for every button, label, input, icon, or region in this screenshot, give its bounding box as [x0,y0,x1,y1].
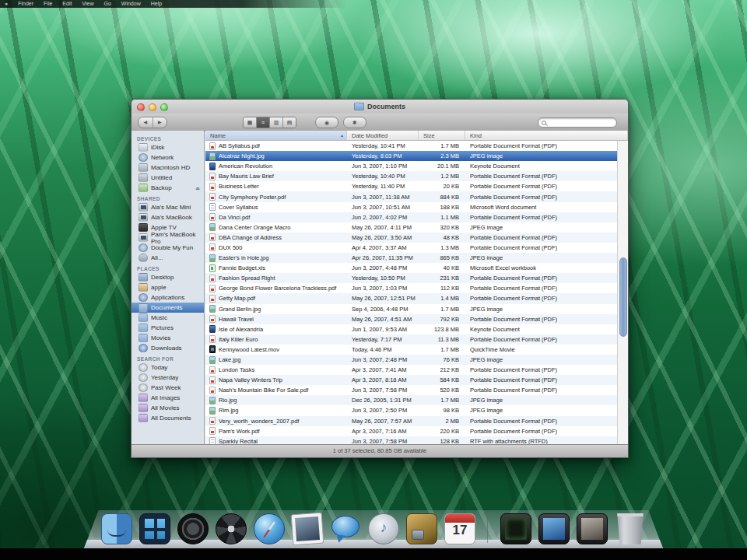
column-header-date-modified[interactable]: Date Modified [347,131,419,140]
sidebar-item-desktop[interactable]: Desktop [132,272,204,282]
table-row[interactable]: Isle of AlexandriaJun 1, 2007, 9:53 AM12… [205,324,618,334]
scrollbar-thumb[interactable] [619,257,627,337]
table-row[interactable]: DBA Change of AddressMay 26, 2007, 3:50 … [205,233,618,243]
itunes-dock-icon[interactable]: ♪ [368,513,399,544]
close-button[interactable] [137,103,145,111]
table-row[interactable]: Fannie Budget.xlsJun 3, 2007, 4:48 PM40 … [205,263,618,273]
ical-dock-icon[interactable]: 17 [444,513,475,544]
table-row[interactable]: Alcatraz Night.jpgYesterday, 8:03 PM2.3 … [205,151,618,161]
sidebar-item-backup[interactable]: Backup⏏ [132,183,204,193]
table-row[interactable]: Italy Killer EuroYesterday, 7:17 PM11.3 … [205,334,618,345]
sidebar-item-music[interactable]: Music [132,313,204,323]
iphoto-dock-icon[interactable] [406,513,437,544]
sidebar-item-idisk[interactable]: iDisk [132,142,204,152]
table-row[interactable]: American RevolutionJun 3, 2007, 1:10 PM2… [205,161,618,171]
sidebar-item-today[interactable]: Today [132,362,204,373]
menu-item-file[interactable]: File [44,0,52,8]
column-header-size[interactable]: Size [419,131,465,140]
sidebar-item-macintosh-hd[interactable]: Macintosh HD [132,163,204,173]
photobooth-dock-icon[interactable] [577,513,608,544]
forward-button[interactable]: ▶ [153,117,167,128]
dashboard-dock-icon[interactable] [177,513,209,544]
table-row[interactable]: Hawaii TravelMay 26, 2007, 4:51 AM792 KB… [205,314,618,324]
table-row[interactable]: Cover SyllabusJun 3, 2007, 10:51 AM188 K… [205,202,618,212]
sidebar-item-documents[interactable]: Documents [132,303,204,313]
terminal-dock-icon[interactable] [500,513,531,544]
table-row[interactable]: Fashion Spread RightYesterday, 10:50 PM2… [205,273,618,283]
search-input[interactable] [538,117,617,128]
minimize-button[interactable] [149,103,156,111]
network-icon [139,153,148,162]
sidebar-item-pam-s-macbook-pro[interactable]: Pam's MacBook Pro [132,233,204,243]
menu-item-view[interactable]: View [82,0,93,8]
menu-item-go[interactable]: Go [103,0,110,8]
view-mode-button-0[interactable]: ▦ [244,117,257,128]
table-row[interactable]: Rim.jpgJun 3, 2007, 2:50 PM98 KBJPEG ima… [205,405,618,415]
table-row[interactable]: Getty Map.pdfMay 26, 2007, 12:51 PM1.4 M… [205,293,618,303]
safari-dock-icon[interactable] [254,513,285,544]
ichat-dock-icon[interactable] [330,513,361,544]
table-row[interactable]: Bay Mauris Law BriefYesterday, 10:40 PM1… [205,171,618,181]
file-size-cell: 1.7 MB [419,306,465,313]
view-mode-button-1[interactable]: ≡ [257,117,270,128]
finder-dock-icon[interactable] [101,513,132,544]
action-button[interactable]: ✱ [343,117,366,128]
sidebar-item-all-movies[interactable]: All Movies [132,403,204,413]
sidebar-item-all-[interactable]: All... [132,253,204,263]
sidebar-item-ala-s-mac-mini[interactable]: Ala's Mac Mini [132,202,204,212]
quicklook-button[interactable]: ◉ [315,117,338,128]
table-row[interactable]: George Bond Flower Barcelona Trackless.p… [205,283,618,293]
sidebar-item-yesterday[interactable]: Yesterday [132,373,204,383]
sidebar-item-untitled[interactable]: Untitled [132,173,204,183]
trash-dock-icon[interactable] [615,513,646,544]
table-row[interactable]: Rio.jpgDec 26, 2005, 1:31 PM1.7 MBJPEG i… [205,395,618,405]
vertical-scrollbar[interactable] [617,141,628,445]
table-row[interactable]: Kennywood Latest.movToday, 4:46 PM1.7 MB… [205,345,618,355]
back-button[interactable]: ◀ [139,117,153,128]
table-row[interactable]: London TasksApr 3, 2007, 7:41 AM212 KBPo… [205,365,618,375]
menu-item-help[interactable]: Help [151,0,162,8]
table-row[interactable]: Da Vinci.pdfJun 2, 2007, 4:02 PM1.1 MBPo… [205,212,618,222]
file-name-cell: Rim.jpg [205,407,347,415]
zoom-button[interactable] [160,103,168,111]
table-row[interactable]: Easter's in Hole.jpgApr 26, 2007, 11:35 … [205,253,618,263]
column-header-name[interactable]: Name▴ [205,131,347,140]
view-mode-button-2[interactable]: ▥ [270,117,283,128]
table-row[interactable]: Dana Center Orange MacroMay 26, 2007, 4:… [205,222,618,233]
sidebar-item-network[interactable]: Network [132,152,204,163]
apple-menu-icon[interactable]: ● [5,0,8,8]
menu-item-window[interactable]: Window [121,0,141,8]
table-row[interactable]: Business LetterYesterday, 11:40 PM20 KBP… [205,181,618,191]
table-row[interactable]: Very_worth_wonders_2007.pdfMay 26, 2007,… [205,416,618,426]
aperture-dock-icon[interactable] [216,513,247,544]
sidebar-item-double-my-fun[interactable]: Double My Fun [132,243,204,253]
grid-dock-icon[interactable] [139,513,170,544]
table-row[interactable]: Nash's Mountain Bike For Sale.pdfJun 3, … [205,385,618,395]
column-header-kind[interactable]: Kind [465,131,628,140]
file-date-cell: Apr 26, 2007, 11:35 PM [347,254,419,261]
view-mode-button-3[interactable]: ▤ [283,117,296,128]
window-titlebar[interactable]: Documents [132,100,628,114]
sidebar-item-downloads[interactable]: Downloads [132,343,204,353]
sidebar-item-all-images[interactable]: All Images [132,393,204,403]
table-row[interactable]: City Symphony Poster.pdfJun 3, 2007, 11:… [205,191,618,201]
sidebar-item-pictures[interactable]: Pictures [132,323,204,333]
sidebar-item-applications[interactable]: Applications [132,292,204,303]
sidebar-item-label: Downloads [151,345,182,352]
table-row[interactable]: Lake.jpgJun 3, 2007, 2:48 PM76 KBJPEG im… [205,355,618,365]
table-row[interactable]: Napa Valley Winters TripApr 3, 2007, 8:1… [205,375,618,385]
sidebar-item-apple[interactable]: apple [132,282,204,292]
sidebar-item-past-week[interactable]: Past Week [132,383,204,393]
menu-item-edit[interactable]: Edit [62,0,72,8]
quicktime-dock-icon[interactable] [538,513,570,544]
sidebar-item-movies[interactable]: Movies [132,333,204,343]
menu-item-finder[interactable]: Finder [18,0,33,8]
sidebar-item-ala-s-macbook[interactable]: Ala's MacBook [132,212,204,222]
eject-icon[interactable]: ⏏ [195,185,200,191]
table-row[interactable]: DUX 500Apr 4, 2007, 3:37 AM1.3 MBPortabl… [205,243,618,253]
sidebar-item-all-documents[interactable]: All Documents [132,413,204,423]
table-row[interactable]: AB Syllabus.pdfYesterday, 10:41 PM1.7 MB… [205,141,618,151]
table-row[interactable]: Grand Berlin.jpgSep 4, 2006, 4:48 PM1.7 … [205,304,618,314]
preview-dock-icon[interactable] [292,513,323,544]
table-row[interactable]: Pam's Work.pdfApr 3, 2007, 7:16 AM220 KB… [205,426,618,436]
